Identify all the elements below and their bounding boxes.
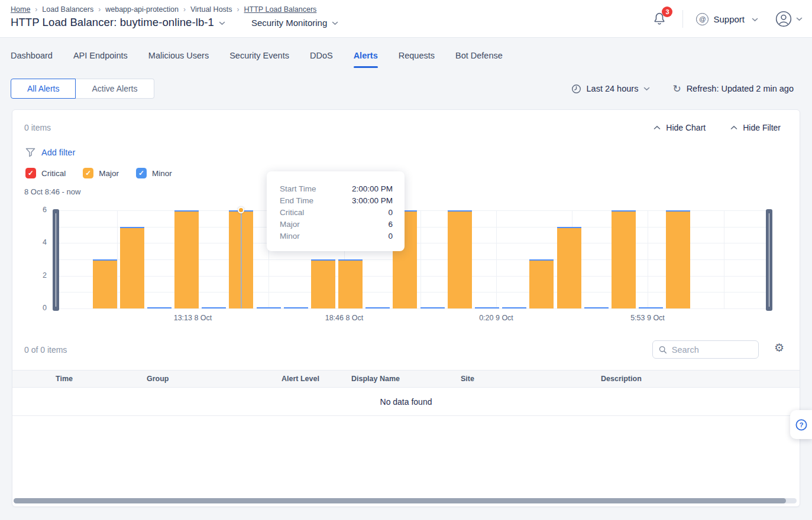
monitor-type-select[interactable]: Security Monitoring (251, 18, 338, 28)
active-alerts-button[interactable]: Active Alerts (76, 79, 154, 99)
tooltip-value: 0 (388, 232, 393, 240)
breadcrumb-item-load-balancers: Load Balancers (42, 5, 93, 14)
tab-ddos[interactable]: DDoS (310, 51, 333, 68)
minor-series-cap (120, 227, 144, 229)
search-icon (659, 345, 667, 355)
alert-bar[interactable] (93, 259, 117, 308)
all-alerts-button[interactable]: All Alerts (11, 79, 76, 99)
chart-gridline (648, 210, 648, 308)
chart-tooltip: Start Time2:00:00 PMEnd Time3:00:00 PMCr… (267, 171, 405, 251)
alert-bar[interactable] (338, 259, 363, 308)
tab-api-endpoints[interactable]: API Endpoints (73, 51, 128, 68)
x-axis-tick-label: 13:13 8 Oct (174, 314, 212, 322)
y-axis-tick-label: 6 (33, 206, 47, 214)
alert-bar[interactable] (174, 210, 199, 308)
alert-zero-bar[interactable] (475, 307, 499, 308)
no-data-label: No data found (380, 397, 432, 407)
tooltip-value: 0 (388, 208, 393, 217)
alert-bar[interactable] (557, 227, 581, 308)
refresh-status-label: Refresh: Updated 2 min ago (687, 84, 794, 93)
table-summary: 0 of 0 items (24, 345, 67, 355)
alert-bar[interactable] (612, 210, 636, 308)
support-menu[interactable]: @ Support (696, 13, 758, 25)
tab-requests[interactable]: Requests (399, 51, 435, 68)
chart-gridline (53, 308, 772, 309)
alert-bar[interactable] (120, 227, 144, 308)
tooltip-label: Start Time (280, 184, 316, 193)
alert-bar[interactable] (529, 259, 554, 308)
alert-zero-bar[interactable] (502, 307, 526, 308)
tooltip-value: 3:00:00 PM (352, 196, 393, 205)
title-chevron-down-icon[interactable] (219, 21, 225, 25)
alert-bar[interactable] (448, 210, 472, 308)
table-settings-gear-icon[interactable]: ⚙ (774, 342, 784, 353)
column-header-time[interactable]: Time (56, 370, 73, 388)
alert-bar[interactable] (311, 259, 335, 308)
tab-security-events[interactable]: Security Events (229, 51, 289, 68)
breadcrumb-item-webapp-api-protection: webapp-api-protection (105, 5, 179, 14)
tooltip-label: Minor (280, 232, 300, 240)
alert-zero-bar[interactable] (257, 307, 281, 308)
tooltip-value: 2:00:00 PM (352, 184, 393, 193)
minor-series-cap (338, 259, 363, 261)
table-empty-state: No data found (12, 388, 800, 416)
alerts-toggle-group: All Alerts Active Alerts (11, 79, 154, 99)
tab-alerts[interactable]: Alerts (354, 51, 378, 68)
chart-brush-handle-left[interactable] (53, 209, 59, 311)
support-chevron-down-icon (752, 18, 758, 22)
page-title: HTTP Load Balancer: buytime-online-lb-1 (11, 16, 214, 29)
support-at-icon: @ (696, 13, 709, 25)
column-header-site[interactable]: Site (461, 370, 474, 388)
tooltip-row: End Time3:00:00 PM (280, 194, 393, 206)
column-header-display-name[interactable]: Display Name (351, 370, 400, 388)
tooltip-row: Start Time2:00:00 PM (280, 183, 393, 194)
search-input[interactable] (672, 345, 752, 355)
breadcrumb-item-virtual-hosts: Virtual Hosts (190, 5, 232, 14)
column-header-description[interactable]: Description (601, 370, 642, 388)
help-question-icon: ? (794, 418, 808, 432)
account-menu[interactable] (775, 10, 803, 28)
alert-zero-bar[interactable] (284, 307, 308, 308)
chart-brush-handle-right[interactable] (766, 209, 772, 311)
tab-bot-defense[interactable]: Bot Defense (455, 51, 503, 68)
minor-series-cap (311, 259, 335, 261)
x-axis-tick-label: 0:20 9 Oct (479, 314, 513, 322)
alerts-bar-chart: 642013:13 8 Oct18:46 8 Oct0:20 9 Oct5:53… (12, 110, 800, 506)
breadcrumb-item-http-load-balancers[interactable]: HTTP Load Balancers (244, 5, 317, 14)
alert-zero-bar[interactable] (420, 307, 445, 308)
column-header-alert-level[interactable]: Alert Level (282, 370, 319, 388)
minor-series-cap (557, 227, 581, 229)
refresh-icon: ↻ (672, 84, 681, 94)
help-button[interactable]: ? (790, 410, 812, 439)
horizontal-scrollbar (14, 498, 797, 503)
clock-icon (571, 84, 581, 94)
column-header-group[interactable]: Group (147, 370, 169, 388)
alert-zero-bar[interactable] (639, 307, 663, 308)
alert-zero-bar[interactable] (147, 307, 172, 308)
y-axis-tick-label: 2 (33, 271, 47, 280)
breadcrumb-item-home[interactable]: Home (11, 5, 30, 14)
horizontal-scrollbar-thumb[interactable] (14, 498, 786, 503)
table-header-row: TimeGroupAlert LevelDisplay NameSiteDesc… (12, 370, 800, 388)
breadcrumb-separator: › (35, 5, 37, 14)
alert-zero-bar[interactable] (365, 307, 390, 308)
tab-dashboard[interactable]: Dashboard (11, 51, 53, 68)
tooltip-label: Critical (280, 208, 304, 217)
alert-zero-bar[interactable] (584, 307, 609, 308)
minor-series-cap (93, 259, 117, 261)
tooltip-row: Minor0 (280, 230, 393, 242)
refresh-button[interactable]: ↻ Refresh: Updated 2 min ago (672, 84, 794, 94)
alert-zero-bar[interactable] (202, 307, 226, 308)
breadcrumb: Home›Load Balancers›webapp-api-protectio… (11, 5, 316, 14)
tab-malicious-users[interactable]: Malicious Users (148, 51, 209, 68)
svg-text:?: ? (799, 421, 803, 428)
minor-series-cap (448, 210, 472, 212)
monitor-select-label: Security Monitoring (251, 18, 327, 28)
tooltip-label: End Time (280, 196, 313, 205)
notifications-button[interactable]: 3 (652, 11, 667, 27)
time-range-select[interactable]: Last 24 hours (571, 84, 651, 94)
alert-bar[interactable] (666, 210, 690, 308)
chart-hover-line (241, 210, 242, 308)
tooltip-value: 6 (388, 220, 393, 229)
y-axis-tick-label: 4 (33, 238, 47, 246)
